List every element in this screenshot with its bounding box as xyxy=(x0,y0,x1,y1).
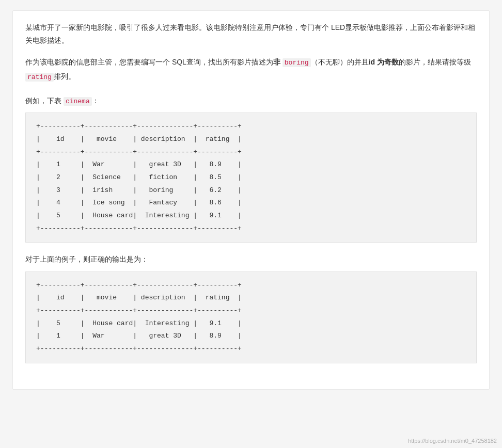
example-label: 例如，下表 cinema： xyxy=(25,94,477,107)
task-bold-2: id 为奇数 xyxy=(369,58,399,66)
cinema-code: cinema xyxy=(64,97,92,106)
task-text-2: （不无聊）的并且 xyxy=(311,58,369,66)
task-text-1: 作为该电影院的信息部主管，您需要编写一个 SQL查询，找出所有影片描述为 xyxy=(25,58,273,66)
example-label-text: 例如，下表 xyxy=(25,97,61,105)
output-label: 对于上面的例子，则正确的输出是为： xyxy=(25,253,477,266)
content-area: 某城市开了一家新的电影院，吸引了很多人过来看电影。该电影院特别注意用户体验，专门… xyxy=(12,10,490,390)
rating-code: rating xyxy=(25,73,54,82)
boring-code: boring xyxy=(283,58,311,67)
example-table-2: +----------+------------+--------------+… xyxy=(25,271,477,363)
example-table-1: +----------+------------+--------------+… xyxy=(25,113,477,243)
watermark: https://blog.csdn.net/m0_47258182 xyxy=(408,438,497,444)
task-text-4: 排列。 xyxy=(54,72,75,81)
task-paragraph: 作为该电影院的信息部主管，您需要编写一个 SQL查询，找出所有影片描述为非 bo… xyxy=(25,55,477,84)
intro-paragraph: 某城市开了一家新的电影院，吸引了很多人过来看电影。该电影院特别注意用户体验，专门… xyxy=(25,21,477,47)
task-text-3: 的影片，结果请按等级 xyxy=(399,58,471,66)
task-bold-1: 非 xyxy=(273,58,280,66)
example-label-suffix: ： xyxy=(92,97,99,105)
